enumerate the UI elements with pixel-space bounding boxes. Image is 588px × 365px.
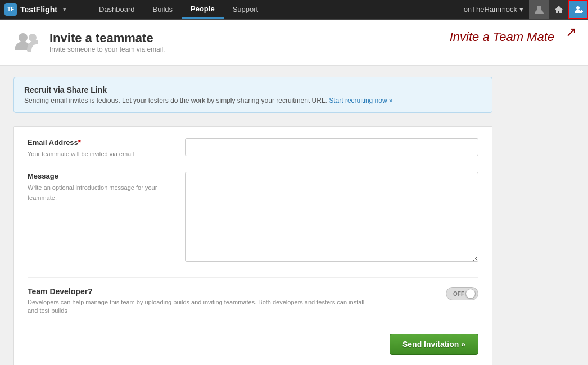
username-chevron-icon: ▾ <box>519 5 523 13</box>
page-title-block: Invite a teammate Invite someone to your… <box>49 31 165 53</box>
content-area: Recruit via Share Link Sending email inv… <box>0 66 506 365</box>
page-subtitle: Invite someone to your team via email. <box>49 45 165 53</box>
top-navigation: TF TestFlight ▾ Dashboard Builds People … <box>0 0 588 20</box>
submit-row: Send Invitation » <box>28 327 478 355</box>
page-title: Invite a teammate <box>49 31 165 45</box>
home-icon <box>554 5 563 14</box>
team-developer-description: Developers can help manage this team by … <box>28 298 376 316</box>
message-hint: Write an optional introduction message f… <box>28 184 157 201</box>
team-developer-toggle[interactable]: OFF <box>446 287 478 300</box>
message-row: Message Write an optional introduction m… <box>28 172 478 264</box>
avatar[interactable] <box>529 0 549 19</box>
nav-dashboard[interactable]: Dashboard <box>90 0 144 19</box>
logo-icon: TF <box>4 3 17 16</box>
team-developer-title: Team Developer? <box>28 287 446 296</box>
message-input-col <box>185 172 478 264</box>
recruit-title: Recruit via Share Link <box>24 85 482 94</box>
invite-annotation: Invite a Team Mate <box>450 30 554 44</box>
svg-point-4 <box>19 33 28 42</box>
message-label-col: Message Write an optional introduction m… <box>28 172 174 202</box>
home-icon-button[interactable] <box>549 0 568 19</box>
email-input[interactable] <box>185 138 478 156</box>
team-developer-text: Team Developer? Developers can help mana… <box>28 287 446 316</box>
page-header: Invite a teammate Invite someone to your… <box>0 20 588 65</box>
invite-form: Email Address* Your teammate will be inv… <box>13 126 492 365</box>
avatar-icon <box>533 4 545 15</box>
app-name: TestFlight <box>20 5 57 14</box>
svg-point-0 <box>537 6 541 10</box>
main-content: Invite a teammate Invite someone to your… <box>0 20 588 365</box>
email-input-col <box>185 138 478 156</box>
toggle-circle <box>465 289 476 299</box>
username-display[interactable]: onTheHammock ▾ <box>458 5 529 13</box>
send-invitation-button[interactable]: Send Invitation » <box>390 334 478 355</box>
recruit-description: Sending email invites is tedious. Let yo… <box>24 97 482 104</box>
add-person-icon <box>574 5 583 14</box>
nav-people[interactable]: People <box>182 0 224 19</box>
email-row: Email Address* Your teammate will be inv… <box>28 138 478 158</box>
nav-builds[interactable]: Builds <box>144 0 182 19</box>
message-textarea[interactable] <box>185 172 478 262</box>
annotation-arrow-icon: ↗ <box>566 24 577 40</box>
add-teammate-button[interactable] <box>568 0 588 19</box>
recruit-link[interactable]: Start recruiting now » <box>329 97 392 104</box>
team-developer-row: Team Developer? Developers can help mana… <box>28 277 478 316</box>
nav-support[interactable]: Support <box>224 0 268 19</box>
logo-chevron-icon[interactable]: ▾ <box>63 6 66 12</box>
recruit-box: Recruit via Share Link Sending email inv… <box>13 77 492 113</box>
username-text: onTheHammock <box>464 5 517 13</box>
logo-text: TF <box>7 6 14 12</box>
nav-links: Dashboard Builds People Support <box>90 0 458 19</box>
email-label-col: Email Address* Your teammate will be inv… <box>28 138 174 158</box>
teammates-icon <box>13 29 40 56</box>
svg-point-1 <box>576 6 580 10</box>
toggle-label: OFF <box>453 291 464 297</box>
page-icon <box>13 29 40 56</box>
email-hint: Your teammate will be invited via email <box>28 150 134 157</box>
message-label: Message <box>28 172 174 180</box>
email-label: Email Address* <box>28 138 174 147</box>
nav-right: onTheHammock ▾ <box>458 0 588 19</box>
app-logo[interactable]: TF TestFlight ▾ <box>0 3 90 16</box>
